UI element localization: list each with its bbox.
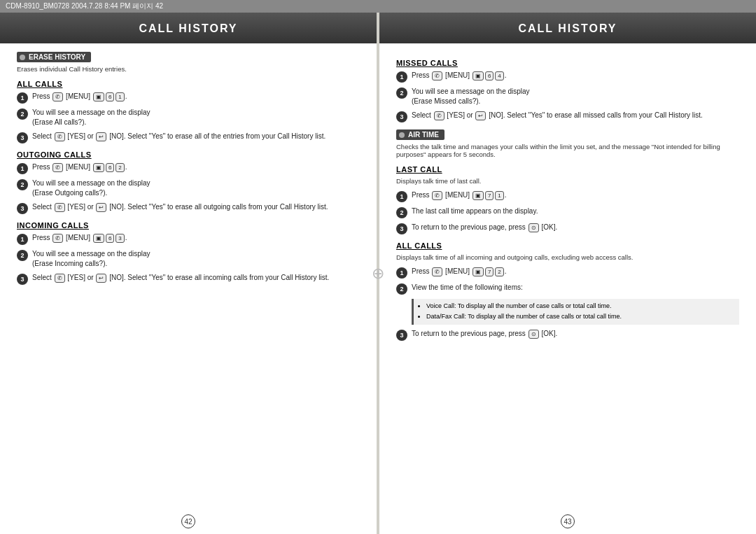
incoming-step-1: 1 Press ✆ [MENU] ▣63.	[17, 233, 360, 245]
last-step-num-1: 1	[396, 191, 407, 202]
air-time-desc: Checks the talk time and manages your ca…	[396, 143, 739, 158]
last-step-num-2: 2	[396, 207, 407, 218]
missed-step-1: 1 Press ✆ [MENU] ▣64.	[396, 71, 739, 83]
in-step-num-1: 1	[17, 234, 28, 245]
in-step-text-3: Select ✆ [YES] or ↩ [NO]. Select "Yes" t…	[32, 273, 329, 283]
note-item-1: Voice Call: To display all the number of…	[426, 302, 735, 311]
all-calls-step-1: 1 Press ✆ [MENU] ▣61.	[17, 92, 360, 104]
miss-step-num-3: 3	[396, 111, 407, 122]
step-num-3: 3	[17, 132, 28, 143]
note-item-2: Data/Fax Call: To display all the number…	[426, 312, 735, 321]
air-time-badge: AIR TIME	[396, 129, 444, 140]
allr-step-text-1: Press ✆ [MENU] ▣72.	[412, 267, 507, 276]
last-call-step-3: 3 To return to the previous page, press …	[396, 223, 739, 234]
last-call-step-2: 2 The last call time appears on the disp…	[396, 206, 739, 218]
out-step-text-2: You will see a message on the display(Er…	[32, 178, 150, 198]
miss-step-text-2: You will see a message on the display(Er…	[412, 87, 530, 106]
out-step-num-1: 1	[17, 163, 28, 174]
in-step-num-2: 2	[17, 250, 28, 261]
missed-calls-title: MISSED CALLS	[396, 59, 739, 67]
allr-step-num-1: 1	[396, 267, 407, 279]
incoming-step-2: 2 You will see a message on the display(…	[17, 249, 360, 269]
last-step-num-3: 3	[396, 223, 407, 234]
in-step-text-2: You will see a message on the display(Er…	[32, 249, 150, 269]
all-calls-right-step-1: 1 Press ✆ [MENU] ▣72.	[396, 267, 739, 279]
outgoing-calls-title: OUTGOING CALLS	[17, 150, 360, 159]
incoming-calls-title: INCOMING CALLS	[17, 221, 360, 230]
missed-step-2: 2 You will see a message on the display(…	[396, 87, 739, 106]
step-text-3: Select ✆ [YES] or ↩ [NO]. Select "Yes" t…	[32, 132, 326, 141]
air-time-label: AIR TIME	[408, 131, 439, 139]
air-time-dot	[399, 132, 405, 138]
allr-step-text-3: To return to the previous page, press ⊙ …	[412, 329, 557, 339]
allr-step-num-3: 3	[396, 330, 407, 341]
miss-step-text-3: Select ✆ [YES] or ↩ [NO]. Select "Yes" t…	[412, 111, 703, 120]
right-page-number: 43	[561, 514, 575, 528]
miss-step-num-2: 2	[396, 87, 407, 99]
last-call-title: LAST CALL	[396, 165, 739, 174]
all-calls-right-step-3: 3 To return to the previous page, press …	[396, 329, 739, 341]
last-step-text-3: To return to the previous page, press ⊙ …	[412, 223, 557, 232]
right-page: CALL HISTORY MISSED CALLS 1 Press ✆ [MEN…	[379, 13, 756, 534]
right-page-header: CALL HISTORY	[379, 13, 756, 43]
last-call-desc: Displays talk time of last call.	[396, 177, 739, 185]
left-page-content: ERASE HISTORY Erases individual Call His…	[0, 52, 377, 513]
all-calls-step-3: 3 Select ✆ [YES] or ↩ [NO]. Select "Yes"…	[17, 132, 360, 143]
outgoing-step-3: 3 Select ✆ [YES] or ↩ [NO]. Select "Yes"…	[17, 202, 360, 214]
in-step-text-1: Press ✆ [MENU] ▣63.	[32, 233, 127, 243]
crosshair-center: ⊕	[372, 265, 384, 283]
out-step-num-3: 3	[17, 203, 28, 214]
right-page-content: MISSED CALLS 1 Press ✆ [MENU] ▣64. 2 You…	[379, 52, 756, 513]
erase-history-badge: ERASE HISTORY	[17, 52, 91, 62]
all-calls-title-left: ALL CALLS	[17, 80, 360, 88]
outgoing-step-1: 1 Press ✆ [MENU] ▣62.	[17, 162, 360, 174]
incoming-step-3: 3 Select ✆ [YES] or ↩ [NO]. Select "Yes"…	[17, 273, 360, 285]
out-step-text-3: Select ✆ [YES] or ↩ [NO]. Select "Yes" t…	[32, 202, 328, 212]
badge-dot	[20, 55, 25, 60]
last-call-step-1: 1 Press ✆ [MENU] ▣71.	[396, 190, 739, 202]
allr-step-num-2: 2	[396, 283, 407, 295]
left-page-number: 42	[181, 514, 195, 528]
all-calls-title-right: ALL CALLS	[396, 241, 739, 250]
allr-step-text-2: View the time of the following items:	[412, 283, 523, 293]
missed-step-3: 3 Select ✆ [YES] or ↩ [NO]. Select "Yes"…	[396, 111, 739, 122]
miss-step-num-1: 1	[396, 71, 407, 83]
step-num-2: 2	[17, 108, 28, 120]
left-page: CALL HISTORY ERASE HISTORY Erases indivi…	[0, 13, 377, 534]
erase-history-label: ERASE HISTORY	[29, 53, 85, 61]
all-calls-right-step-2: 2 View the time of the following items:	[396, 283, 739, 295]
top-bar-text: CDM-8910_BM0728 2004.7.28 8:44 PM 페이지 42	[6, 1, 163, 11]
note-box: Voice Call: To display all the number of…	[412, 299, 739, 325]
in-step-num-3: 3	[17, 274, 28, 285]
all-calls-desc-right: Displays talk time of all incoming and o…	[396, 253, 739, 261]
outgoing-step-2: 2 You will see a message on the display(…	[17, 178, 360, 198]
left-page-header: CALL HISTORY	[0, 13, 377, 43]
top-bar: CDM-8910_BM0728 2004.7.28 8:44 PM 페이지 42	[0, 0, 756, 13]
step-text-1: Press ✆ [MENU] ▣61.	[32, 92, 127, 101]
miss-step-text-1: Press ✆ [MENU] ▣64.	[412, 71, 507, 80]
all-calls-step-2: 2 You will see a message on the display(…	[17, 108, 360, 127]
out-step-num-2: 2	[17, 179, 28, 190]
out-step-text-1: Press ✆ [MENU] ▣62.	[32, 162, 127, 172]
last-step-text-2: The last call time appears on the displa…	[412, 206, 538, 216]
step-text-2: You will see a message on the display(Er…	[32, 108, 150, 127]
last-step-text-1: Press ✆ [MENU] ▣71.	[412, 190, 507, 200]
step-num-1: 1	[17, 92, 28, 104]
erase-history-desc: Erases individual Call History entries.	[17, 65, 360, 73]
